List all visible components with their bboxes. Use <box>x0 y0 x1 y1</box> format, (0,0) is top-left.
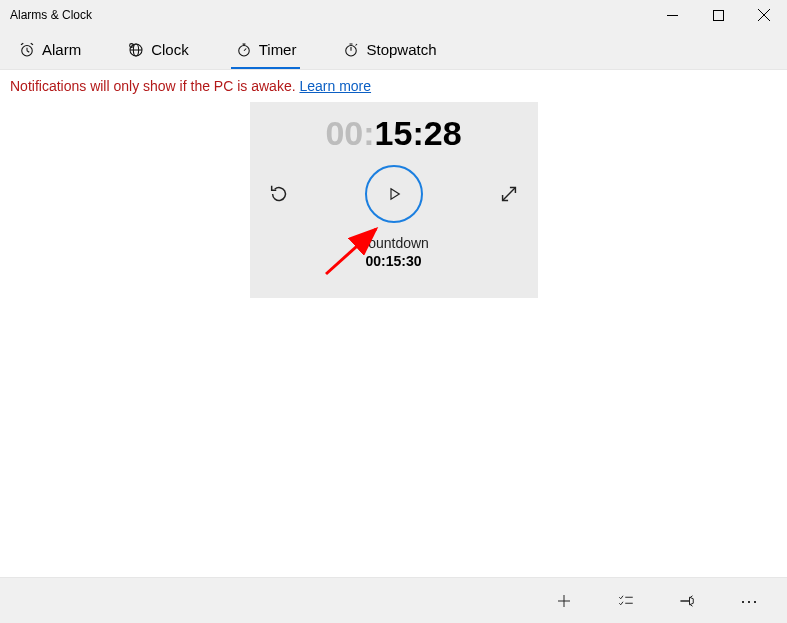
stopwatch-icon <box>342 41 360 59</box>
pin-button[interactable] <box>657 578 719 623</box>
maximize-button[interactable] <box>695 0 741 30</box>
tab-alarm-label: Alarm <box>42 41 81 58</box>
pin-icon <box>679 592 697 610</box>
checklist-icon <box>617 592 635 610</box>
timer-name: Countdown <box>250 235 538 251</box>
learn-more-link[interactable]: Learn more <box>299 78 371 94</box>
add-timer-button[interactable] <box>533 578 595 623</box>
tab-stopwatch[interactable]: Stopwatch <box>332 35 446 65</box>
timer-hours: 00 <box>325 114 363 152</box>
svg-line-22 <box>502 188 515 201</box>
caption-buttons <box>649 0 787 30</box>
tab-clock-label: Clock <box>151 41 189 58</box>
close-button[interactable] <box>741 0 787 30</box>
play-icon <box>385 185 403 203</box>
window-title: Alarms & Clock <box>0 8 92 22</box>
play-button[interactable] <box>365 165 423 223</box>
more-button[interactable]: ⋯ <box>719 578 781 623</box>
svg-line-32 <box>690 603 694 605</box>
svg-line-14 <box>244 48 246 50</box>
timer-controls <box>250 159 538 229</box>
timer-card[interactable]: 00:15:28 Countdown 00:15:30 <box>250 102 538 298</box>
timer-set-value: 00:15:30 <box>250 253 538 269</box>
command-bar: ⋯ <box>0 577 787 623</box>
plus-icon <box>555 592 573 610</box>
maximize-icon <box>713 10 724 21</box>
svg-line-20 <box>356 44 358 46</box>
reset-icon[interactable] <box>268 183 290 205</box>
tab-clock[interactable]: Clock <box>117 35 199 65</box>
timer-area: 00:15:28 Countdown 00:15:30 <box>0 102 787 298</box>
window-titlebar: Alarms & Clock <box>0 0 787 30</box>
tab-timer-label: Timer <box>259 41 297 58</box>
svg-line-6 <box>27 50 29 52</box>
svg-line-8 <box>31 43 33 45</box>
tab-alarm[interactable]: Alarm <box>8 35 91 65</box>
minimize-button[interactable] <box>649 0 695 30</box>
select-timers-button[interactable] <box>595 578 657 623</box>
svg-line-7 <box>21 43 23 45</box>
notification-text: Notifications will only show if the PC i… <box>10 78 299 94</box>
timer-display: 00:15:28 <box>250 114 538 153</box>
ellipsis-icon: ⋯ <box>740 590 760 612</box>
alarm-icon <box>18 41 36 59</box>
tab-stopwatch-label: Stopwatch <box>366 41 436 58</box>
minimize-icon <box>667 10 678 21</box>
close-icon <box>758 9 770 21</box>
timer-icon <box>235 41 253 59</box>
tab-timer[interactable]: Timer <box>225 35 307 65</box>
notification-bar: Notifications will only show if the PC i… <box>0 70 787 102</box>
timer-sep: : <box>363 114 374 152</box>
svg-rect-1 <box>713 10 723 20</box>
timer-minsec: 15:28 <box>375 114 462 152</box>
world-clock-icon <box>127 41 145 59</box>
svg-marker-21 <box>391 189 399 200</box>
svg-line-31 <box>690 597 694 599</box>
tab-strip: Alarm Clock Timer Stopwatch <box>0 30 787 70</box>
expand-icon[interactable] <box>498 183 520 205</box>
